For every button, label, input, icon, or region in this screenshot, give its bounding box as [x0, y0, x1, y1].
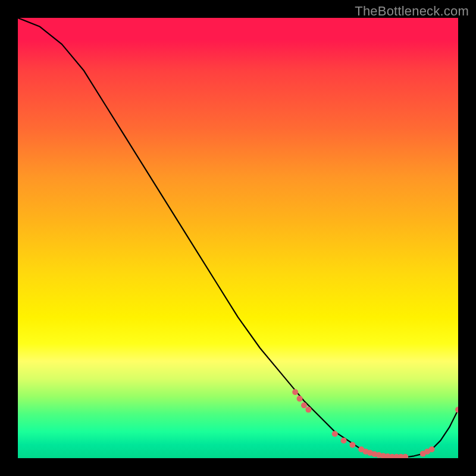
marker-dot	[429, 446, 435, 452]
marker-dot	[332, 431, 338, 437]
marker-dot	[297, 396, 303, 402]
marker-dot	[402, 454, 408, 458]
marker-dot	[305, 407, 311, 413]
marker-dot	[455, 407, 458, 413]
watermark-text: TheBottleneck.com	[355, 4, 469, 19]
marker-dot	[349, 442, 355, 448]
chart-frame: TheBottleneck.com	[0, 0, 476, 476]
data-markers	[292, 389, 458, 458]
marker-dot	[341, 437, 347, 443]
marker-dot	[301, 402, 307, 408]
chart-plot-area	[18, 18, 458, 458]
marker-dot	[292, 389, 298, 395]
bottleneck-curve	[18, 18, 458, 458]
chart-svg	[18, 18, 458, 458]
